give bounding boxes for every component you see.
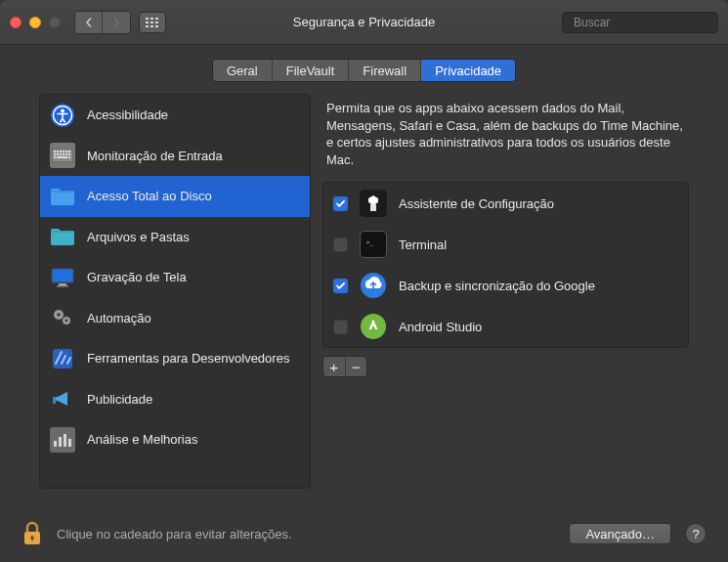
- sidebar-item-label: Publicidade: [87, 392, 152, 407]
- privacy-category-list[interactable]: Acessibilidade Monitoração de Entrada Ac…: [39, 94, 311, 489]
- lock-text: Clique no cadeado para evitar alterações…: [57, 527, 292, 541]
- screen-icon: [50, 265, 75, 290]
- svg-rect-0: [146, 18, 149, 20]
- sidebar-item-input-monitoring[interactable]: Monitoração de Entrada: [40, 136, 310, 177]
- svg-rect-42: [68, 439, 71, 447]
- app-row-setup-assistant[interactable]: Assistente de Configuração: [323, 183, 688, 224]
- content-area: Acessibilidade Monitoração de Entrada Ac…: [0, 94, 728, 489]
- svg-rect-2: [155, 18, 158, 20]
- checkbox[interactable]: [333, 279, 348, 293]
- add-button[interactable]: +: [323, 357, 346, 376]
- svg-rect-22: [57, 153, 59, 155]
- svg-rect-41: [64, 434, 66, 447]
- advanced-button[interactable]: Avançado…: [569, 523, 671, 544]
- svg-rect-17: [60, 151, 62, 152]
- sidebar-item-label: Acessibilidade: [87, 108, 168, 122]
- show-all-button[interactable]: [139, 12, 166, 33]
- svg-rect-6: [146, 25, 149, 27]
- svg-rect-31: [59, 283, 66, 285]
- checkbox[interactable]: [333, 238, 348, 252]
- tab-bar: Geral FileVault Firewall Privacidade: [212, 59, 516, 82]
- sidebar-item-advertising[interactable]: Publicidade: [40, 379, 310, 420]
- remove-button[interactable]: −: [346, 357, 367, 376]
- app-label: Terminal: [399, 238, 447, 252]
- lock-icon[interactable]: [21, 520, 43, 547]
- sidebar-item-label: Ferramentas para Desenvolvedores: [87, 351, 289, 366]
- tab-general[interactable]: Geral: [213, 60, 273, 81]
- app-row-google-backup[interactable]: Backup e sincronização do Google: [323, 265, 688, 306]
- svg-rect-51: [31, 538, 33, 540]
- sidebar-item-label: Automação: [87, 311, 151, 325]
- zoom-icon: [49, 17, 61, 28]
- svg-rect-40: [59, 437, 62, 447]
- svg-rect-1: [150, 18, 153, 20]
- sidebar-item-analytics[interactable]: Análise e Melhorias: [40, 419, 310, 460]
- svg-rect-39: [54, 441, 57, 447]
- setup-assistant-icon: [360, 190, 387, 217]
- pane-description: Permita que os apps abaixo acessem dados…: [322, 94, 689, 182]
- svg-text:>_: >_: [366, 238, 374, 246]
- svg-rect-25: [65, 153, 67, 155]
- svg-rect-27: [54, 156, 56, 158]
- svg-point-35: [57, 313, 61, 317]
- svg-rect-20: [68, 151, 70, 152]
- checkbox[interactable]: [333, 196, 348, 211]
- tab-filevault[interactable]: FileVault: [273, 60, 350, 81]
- app-row-terminal[interactable]: >_ Terminal: [323, 224, 688, 265]
- keyboard-icon: [50, 143, 75, 168]
- sidebar-item-accessibility[interactable]: Acessibilidade: [40, 95, 310, 136]
- terminal-icon: >_: [360, 231, 387, 258]
- sidebar-item-label: Análise e Melhorias: [87, 432, 197, 447]
- minimize-icon[interactable]: [29, 17, 41, 28]
- svg-point-46: [361, 314, 386, 339]
- app-label: Assistente de Configuração: [399, 196, 554, 211]
- app-row-android-studio[interactable]: Android Studio: [323, 306, 688, 347]
- detail-pane: Permita que os apps abaixo acessem dados…: [322, 94, 689, 489]
- svg-rect-21: [54, 153, 56, 155]
- sidebar-item-label: Arquivos e Pastas: [87, 230, 190, 244]
- svg-rect-43: [370, 204, 376, 211]
- checkbox[interactable]: [333, 320, 348, 334]
- search-input[interactable]: [574, 16, 720, 29]
- svg-rect-19: [65, 151, 67, 152]
- sidebar-item-automation[interactable]: Automação: [40, 298, 310, 339]
- accessibility-icon: [50, 103, 75, 128]
- titlebar: Segurança e Privacidade: [0, 0, 728, 45]
- sidebar-item-label: Monitoração de Entrada: [87, 149, 223, 163]
- help-button[interactable]: ?: [685, 523, 707, 544]
- svg-rect-26: [68, 153, 70, 155]
- android-studio-icon: [360, 313, 387, 340]
- sidebar-item-files-folders[interactable]: Arquivos e Pastas: [40, 217, 310, 258]
- sidebar-item-screen-recording[interactable]: Gravação de Tela: [40, 257, 310, 298]
- svg-point-13: [61, 108, 64, 112]
- folder-icon: [50, 224, 75, 249]
- footer: Clique no cadeado para evitar alterações…: [0, 505, 728, 562]
- nav-segment: [74, 11, 131, 34]
- svg-rect-18: [63, 151, 64, 152]
- svg-rect-15: [54, 151, 56, 152]
- folder-icon: [50, 184, 75, 209]
- svg-rect-38: [53, 397, 56, 404]
- app-label: Android Studio: [399, 320, 482, 334]
- svg-point-47: [372, 321, 375, 324]
- close-icon[interactable]: [10, 17, 21, 28]
- gears-icon: [50, 305, 75, 330]
- svg-rect-3: [146, 22, 149, 23]
- svg-rect-4: [150, 22, 153, 23]
- sidebar-item-developer-tools[interactable]: Ferramentas para Desenvolvedores: [40, 338, 310, 379]
- google-backup-icon: [360, 272, 387, 299]
- svg-rect-23: [60, 153, 62, 155]
- tab-privacy[interactable]: Privacidade: [421, 60, 515, 81]
- megaphone-icon: [50, 386, 75, 411]
- svg-rect-32: [57, 285, 68, 287]
- svg-rect-7: [150, 25, 153, 27]
- sidebar-item-label: Gravação de Tela: [87, 270, 187, 284]
- sidebar-item-full-disk-access[interactable]: Acesso Total ao Disco: [40, 176, 310, 217]
- back-button[interactable]: [75, 12, 103, 33]
- list-controls: + −: [322, 356, 367, 377]
- tab-firewall[interactable]: Firewall: [349, 60, 421, 81]
- search-field[interactable]: [562, 12, 718, 33]
- window-controls: [10, 17, 61, 28]
- app-list[interactable]: Assistente de Configuração >_ Terminal B…: [322, 182, 689, 348]
- svg-rect-29: [68, 156, 70, 158]
